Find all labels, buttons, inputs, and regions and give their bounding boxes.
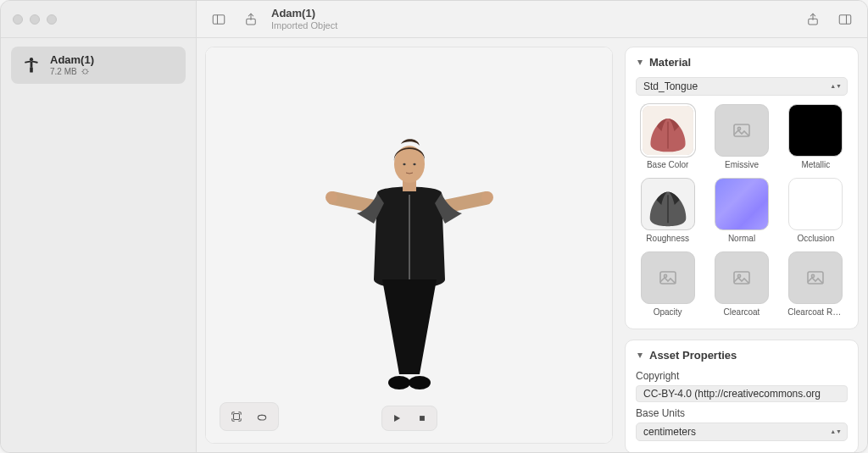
traffic-lights: [13, 14, 57, 25]
ar-icon: [81, 67, 90, 76]
sidebar: Adam(1) 7.2 MB: [1, 38, 196, 452]
normal-label: Normal: [728, 234, 755, 243]
base-color-swatch: [641, 104, 695, 157]
material-slot-metallic[interactable]: Metallic: [784, 104, 848, 169]
svg-rect-22: [234, 414, 240, 420]
base-color-label: Base Color: [647, 160, 688, 169]
zoom-window-dot[interactable]: [47, 14, 57, 25]
metallic-label: Metallic: [801, 160, 830, 169]
svg-point-15: [403, 163, 405, 164]
clearcoat-label: Clearcoat: [724, 307, 760, 317]
playback-controls: [381, 406, 437, 431]
inspector[interactable]: Material Std_Tongue ▲▼ Base Color: [621, 38, 867, 452]
material-select-value: Std_Tongue: [643, 80, 698, 92]
emissive-label: Emissive: [725, 160, 759, 169]
base-units-select[interactable]: centimeters ▲▼: [636, 423, 848, 441]
svg-rect-24: [420, 416, 425, 421]
copyright-value: CC-BY-4.0 (http://creativecommons.org: [643, 388, 821, 400]
sidebar-item-asset[interactable]: Adam(1) 7.2 MB: [11, 47, 186, 84]
material-slot-roughness[interactable]: Roughness: [636, 178, 699, 243]
material-slot-clearcoat-roughness[interactable]: Clearcoat Ro…: [784, 251, 848, 317]
material-slot-opacity[interactable]: Opacity: [636, 251, 699, 317]
window-body: Adam(1) 7.2 MB: [1, 38, 867, 452]
clearcoat-swatch: [715, 251, 769, 304]
material-slot-occlusion[interactable]: Occlusion: [784, 178, 848, 243]
app-window: Adam(1) Imported Object: [0, 0, 868, 453]
copyright-label: Copyright: [636, 370, 848, 382]
play-button[interactable]: [386, 408, 408, 428]
svg-rect-11: [31, 67, 33, 73]
select-arrows-icon: ▲▼: [830, 430, 842, 434]
main-area: Material Std_Tongue ▲▼ Base Color: [196, 38, 867, 452]
material-slot-emissive[interactable]: Emissive: [709, 104, 773, 169]
character-preview: [282, 85, 537, 406]
svg-point-19: [409, 376, 431, 389]
svg-rect-10: [30, 67, 31, 73]
toolbar: Adam(1) Imported Object: [196, 1, 867, 37]
svg-point-20: [326, 191, 337, 203]
asset-properties-title: Asset Properties: [649, 349, 737, 362]
viewport[interactable]: [205, 47, 613, 444]
environment-toggle[interactable]: [251, 406, 273, 427]
viewport-mode-controls: [220, 402, 279, 431]
opacity-swatch: [641, 251, 695, 304]
svg-point-18: [388, 376, 410, 389]
clearcoat-roughness-label: Clearcoat Ro…: [787, 307, 843, 317]
toggle-sidebar-button[interactable]: [207, 8, 231, 30]
svg-rect-7: [31, 61, 33, 68]
occlusion-swatch: [788, 178, 843, 230]
svg-point-16: [413, 163, 415, 164]
chevron-down-icon: [636, 351, 644, 360]
svg-rect-8: [25, 61, 31, 64]
share-button[interactable]: [239, 8, 263, 30]
copyright-field[interactable]: CC-BY-4.0 (http://creativecommons.org: [636, 385, 848, 402]
roughness-swatch: [641, 178, 695, 230]
svg-point-21: [481, 191, 493, 203]
share-button-right[interactable]: [801, 8, 825, 30]
bounding-box-toggle[interactable]: [225, 406, 248, 427]
roughness-label: Roughness: [646, 234, 689, 243]
metallic-swatch: [788, 104, 843, 157]
asset-subtitle: 7.2 MB: [50, 67, 94, 77]
asset-thumbnail-icon: [19, 53, 43, 77]
document-subtitle: Imported Object: [271, 20, 337, 31]
document-title: Adam(1): [271, 7, 337, 20]
base-units-value: centimeters: [643, 426, 696, 438]
material-slot-clearcoat[interactable]: Clearcoat: [709, 251, 773, 317]
traffic-light-area: [1, 14, 196, 25]
close-window-dot[interactable]: [13, 14, 23, 25]
stop-button[interactable]: [411, 408, 433, 428]
asset-size: 7.2 MB: [50, 67, 77, 77]
svg-point-6: [30, 58, 33, 61]
clearcoat-roughness-swatch: [788, 251, 843, 304]
material-panel-header[interactable]: Material: [636, 56, 848, 69]
material-panel: Material Std_Tongue ▲▼ Base Color: [625, 47, 859, 329]
toggle-inspector-button[interactable]: [833, 8, 857, 30]
material-slot-base-color[interactable]: Base Color: [636, 104, 699, 169]
asset-title: Adam(1): [50, 53, 94, 67]
material-slots-grid: Base Color Emissive Metallic: [636, 104, 848, 317]
asset-properties-panel: Asset Properties Copyright CC-BY-4.0 (ht…: [625, 340, 859, 452]
normal-swatch: [715, 178, 769, 230]
emissive-swatch: [715, 104, 769, 157]
occlusion-label: Occlusion: [797, 234, 834, 243]
asset-properties-header[interactable]: Asset Properties: [636, 349, 848, 362]
document-title-block: Adam(1) Imported Object: [271, 7, 337, 31]
chevron-down-icon: [636, 58, 644, 67]
select-arrows-icon: ▲▼: [830, 85, 842, 88]
svg-rect-9: [32, 61, 38, 64]
titlebar: Adam(1) Imported Object: [1, 1, 867, 38]
material-select[interactable]: Std_Tongue ▲▼: [636, 77, 848, 96]
svg-rect-0: [213, 14, 225, 24]
svg-rect-4: [839, 14, 851, 24]
material-slot-normal[interactable]: Normal: [709, 178, 773, 243]
opacity-label: Opacity: [654, 307, 682, 317]
base-units-label: Base Units: [636, 407, 848, 419]
asset-text: Adam(1) 7.2 MB: [50, 53, 94, 77]
material-panel-title: Material: [649, 56, 691, 69]
viewport-canvas[interactable]: [206, 47, 612, 443]
minimize-window-dot[interactable]: [30, 14, 40, 25]
